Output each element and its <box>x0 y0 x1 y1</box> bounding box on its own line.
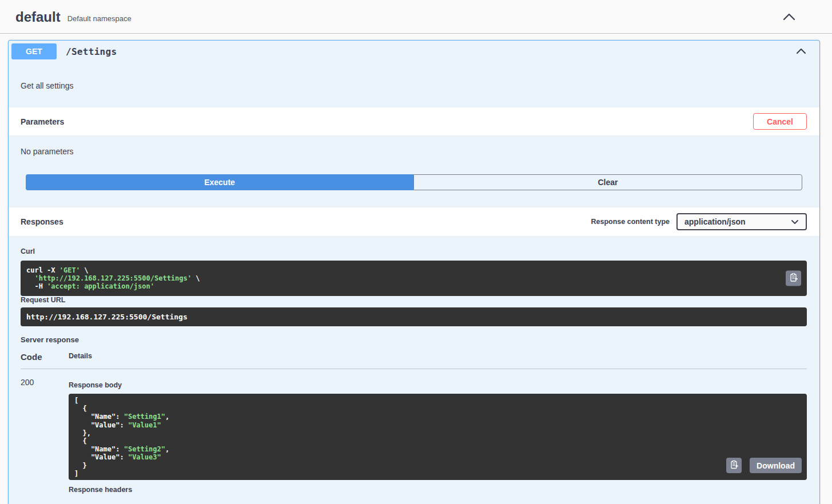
request-url-value: http://192.168.127.225:5500/Settings <box>26 313 188 321</box>
responses-body: Curl curl -X 'GET' \ 'http://192.168.127… <box>9 236 819 504</box>
clear-button[interactable]: Clear <box>413 174 802 190</box>
tag-header: default Default namespace <box>0 0 832 34</box>
server-response-table: Code Details 200 Response body [ { "Name… <box>21 352 807 494</box>
code-column-header: Code <box>21 352 69 362</box>
status-code: 200 <box>21 378 69 494</box>
table-head: Code Details <box>21 352 807 369</box>
curl-command-block: curl -X 'GET' \ 'http://192.168.127.225:… <box>21 261 807 296</box>
download-button[interactable]: Download <box>750 458 802 473</box>
no-parameters-message: No parameters <box>9 135 819 174</box>
content-type-selected-value: application/json <box>684 217 791 226</box>
chevron-down-icon <box>791 217 799 227</box>
opblock-summary[interactable]: GET /Settings <box>9 41 819 62</box>
opblock-get-settings: GET /Settings Get all settings Parameter… <box>8 40 820 504</box>
responses-title: Responses <box>21 217 63 226</box>
request-url-block: http://192.168.127.225:5500/Settings <box>21 307 807 326</box>
response-details: Response body [ { "Name": "Setting1", "V… <box>69 378 807 494</box>
chevron-up-icon <box>796 47 806 56</box>
operation-description: Get all settings <box>9 62 819 107</box>
cancel-button[interactable]: Cancel <box>753 113 807 130</box>
endpoint-path: /Settings <box>66 46 117 57</box>
response-body-json[interactable]: [ { "Name": "Setting1", "Value": "Value1… <box>74 397 801 478</box>
opblock-collapse-button[interactable] <box>794 45 809 58</box>
response-body-block: [ { "Name": "Setting1", "Value": "Value1… <box>69 394 807 480</box>
chevron-up-icon <box>783 14 795 22</box>
curl-copy-button[interactable] <box>786 271 801 286</box>
copy-to-clipboard-icon <box>730 460 739 471</box>
http-method-badge: GET <box>11 43 57 59</box>
response-content-type: Response content type application/json <box>591 213 807 230</box>
copy-to-clipboard-icon <box>789 273 798 284</box>
tag-description: Default namespace <box>67 14 132 23</box>
table-row: 200 Response body [ { "Name": "Setting1"… <box>21 369 807 494</box>
details-column-header: Details <box>69 352 92 362</box>
response-body-label: Response body <box>69 381 807 389</box>
response-headers-label: Response headers <box>69 486 807 494</box>
execute-button[interactable]: Execute <box>26 174 413 190</box>
parameters-header: Parameters Cancel <box>9 107 819 135</box>
server-response-title: Server response <box>21 335 807 344</box>
response-content-type-label: Response content type <box>591 218 670 226</box>
request-url-label: Request URL <box>21 296 807 304</box>
curl-label: Curl <box>21 247 807 255</box>
response-copy-button[interactable] <box>726 458 742 473</box>
tag-collapse-button[interactable] <box>781 10 798 25</box>
parameters-title: Parameters <box>21 117 64 126</box>
response-body-controls: Download <box>726 458 802 473</box>
content-type-dropdown[interactable]: application/json <box>676 213 807 230</box>
execute-wrapper: Execute Clear <box>9 174 819 207</box>
tag-title[interactable]: default <box>15 9 61 25</box>
responses-header: Responses Response content type applicat… <box>9 207 819 236</box>
curl-command-text[interactable]: curl -X 'GET' \ 'http://192.168.127.225:… <box>26 266 801 290</box>
